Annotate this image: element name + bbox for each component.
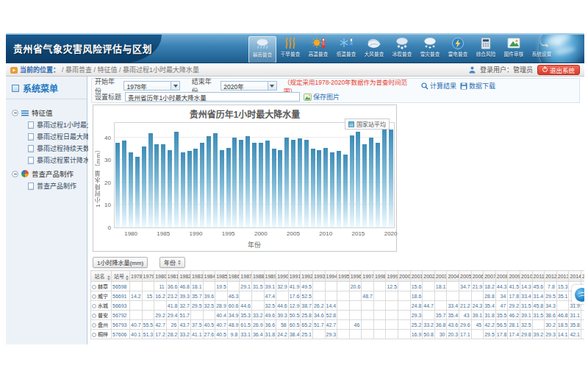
bar-2013 bbox=[343, 155, 348, 227]
download-button[interactable]: 数据下载 bbox=[460, 81, 495, 91]
bar-1993 bbox=[213, 133, 218, 227]
station-name-cell: 盘州 bbox=[91, 320, 112, 330]
sidebar-item[interactable]: 暴雨过程持续天数 bbox=[28, 144, 84, 153]
station-name-cell: 普安 bbox=[91, 311, 112, 320]
toolbar-item-snow[interactable]: 雪灾普查 bbox=[416, 36, 444, 63]
station-id-cell: 57606 bbox=[112, 330, 130, 339]
row-radio-button[interactable] bbox=[92, 304, 96, 308]
save-image-button[interactable]: 保存图片 bbox=[304, 92, 340, 102]
value-cell-1992: 52.5 bbox=[301, 291, 313, 301]
floating-widget-button[interactable] bbox=[572, 285, 584, 304]
value-cell-2008: 35.5 bbox=[495, 311, 508, 320]
calculate-button[interactable]: 计算结果 bbox=[421, 81, 456, 91]
toolbar-item-rainstorm[interactable]: 暴雨普查 bbox=[248, 36, 276, 63]
column-header-year-2005: 2005 bbox=[459, 271, 472, 282]
pivot-column-chip[interactable]: 年份 bbox=[159, 257, 185, 268]
value-cell-1999 bbox=[386, 291, 398, 301]
bar-1982 bbox=[142, 146, 146, 227]
toolbar-item-label: 图件审核 bbox=[504, 51, 524, 57]
sidebar-group-1[interactable]: 普查产品制作 bbox=[12, 169, 84, 179]
breadcrumb-path[interactable]: / 暴雨普查 / 特征值 / 暴雨过程1小时最大降水量 bbox=[62, 65, 199, 74]
value-cell-1998 bbox=[373, 330, 386, 339]
value-cell-2008: 56.5 bbox=[495, 320, 508, 330]
value-cell-1978: 40.7 bbox=[130, 320, 143, 330]
value-cell-1991: 38.4 bbox=[288, 330, 301, 339]
tree-toggle-icon[interactable] bbox=[12, 171, 18, 177]
value-cell-2009: 29.2 bbox=[508, 301, 520, 311]
value-cell-1998 bbox=[373, 301, 386, 311]
toolbar-item-hail[interactable]: 冰雹普查 bbox=[388, 36, 416, 63]
composite-risk-icon bbox=[478, 36, 494, 51]
bar-1994 bbox=[220, 150, 224, 227]
start-year-select[interactable]: 1978年 bbox=[123, 81, 180, 91]
value-cell-2012: 29.3 bbox=[545, 330, 557, 339]
value-cell-2005: 34.7 bbox=[459, 282, 472, 291]
toolbar-item-composite-risk[interactable]: 综合风险 bbox=[472, 36, 500, 63]
value-cell-1993: 34.6 bbox=[312, 311, 325, 320]
value-cell-1990: 32.9 bbox=[276, 282, 289, 291]
value-cell-2012: 7.8 bbox=[545, 282, 557, 291]
value-cell-2013 bbox=[556, 301, 569, 311]
wind-icon bbox=[366, 36, 382, 51]
chart-title-input[interactable] bbox=[125, 92, 300, 102]
value-cell-2013: 35.1 bbox=[556, 291, 569, 301]
row-radio-button[interactable] bbox=[92, 285, 96, 289]
toolbar-item-lightning[interactable]: 雷电普查 bbox=[444, 36, 472, 63]
value-cell-2004: 43.6 bbox=[447, 320, 459, 330]
column-header-station-name[interactable]: 站名 bbox=[91, 271, 112, 282]
sidebar-item[interactable]: 暴雨过程日最大降水量 bbox=[28, 132, 84, 141]
column-header-year-2013: 2013 bbox=[556, 271, 569, 282]
value-cell-1980: 17.2 bbox=[154, 330, 167, 339]
sidebar-title: 系统菜单 bbox=[23, 82, 58, 94]
pivot-measure-chip[interactable]: 1小时降水量(mm) bbox=[93, 257, 148, 268]
value-cell-1997 bbox=[362, 282, 374, 291]
value-cell-2008: 47 bbox=[495, 301, 508, 311]
toolbar-item-label: 雷电普查 bbox=[448, 51, 468, 57]
x-axis-ticks: 198019851990199520002005201020152020 bbox=[114, 230, 395, 238]
value-cell-1981: 36.6 bbox=[166, 282, 179, 291]
station-id-cell: 56691 bbox=[112, 291, 130, 301]
header-toolbar: 暴雨普查干旱普查高温普查低温普查大风普查冰雹普查雪灾普查雷电普查综合风险图件审核… bbox=[248, 36, 556, 63]
row-radio-button[interactable] bbox=[92, 323, 96, 328]
row-radio-button[interactable] bbox=[92, 333, 96, 337]
sidebar-item[interactable]: 暴雨过程1小时最大降水量 bbox=[28, 120, 84, 130]
value-cell-1991: 41.9 bbox=[288, 282, 301, 291]
bar-1997 bbox=[239, 140, 243, 227]
toolbar-item-low-temp[interactable]: 低温普查 bbox=[332, 36, 360, 63]
value-cell-2010: 29.8 bbox=[520, 330, 533, 339]
toolbar-item-label: 冰雹普查 bbox=[392, 51, 412, 57]
value-cell-2001: 15.6 bbox=[410, 282, 423, 291]
value-cell-2002 bbox=[423, 282, 435, 291]
value-cell-2010: 33.4 bbox=[520, 291, 533, 301]
image-icon bbox=[304, 93, 312, 101]
column-header-station-id[interactable]: 站号 bbox=[112, 271, 130, 282]
menu-icon bbox=[12, 85, 19, 92]
value-cell-1996: 46 bbox=[349, 320, 362, 330]
value-cell-1980: 16.2 bbox=[154, 291, 167, 301]
toolbar-item-settings[interactable]: 系统设置 bbox=[528, 36, 556, 63]
bar-1984 bbox=[154, 144, 159, 227]
sidebar-item-label: 普查产品制作 bbox=[37, 181, 76, 191]
value-cell-2012: 30.2 bbox=[545, 320, 557, 330]
tree-toggle-icon[interactable] bbox=[12, 110, 18, 116]
station-data-table-wrap: 站名站号197819791980198119821983198419851986… bbox=[90, 270, 584, 344]
app-title: 贵州省气象灾害风险评估与区划系统 bbox=[6, 35, 162, 63]
sidebar-group-0[interactable]: 特征值 bbox=[12, 107, 84, 118]
toolbar-item-drought[interactable]: 干旱普查 bbox=[276, 36, 304, 63]
x-tick-label: 2015 bbox=[351, 230, 365, 237]
toolbar-item-high-temp[interactable]: 高温普查 bbox=[304, 36, 332, 63]
value-cell-1983: 41.1 bbox=[190, 330, 203, 339]
value-cell-2001: 25.2 bbox=[410, 320, 423, 330]
value-cell-2004: 20.3 bbox=[447, 330, 459, 339]
main-content: 开始年份 1978年 结束年份 2020年 （规定采用1978-2020年数据作… bbox=[88, 77, 584, 344]
toolbar-item-wind[interactable]: 大风普查 bbox=[360, 36, 388, 63]
sidebar-item[interactable]: 普查产品制作 bbox=[28, 181, 84, 191]
logout-button[interactable]: 退出系统 bbox=[537, 65, 580, 75]
end-year-select[interactable]: 2020年 bbox=[220, 81, 277, 91]
toolbar-item-map-review[interactable]: 图件审核 bbox=[500, 36, 528, 63]
row-radio-button[interactable] bbox=[92, 294, 96, 299]
row-radio-button[interactable] bbox=[92, 314, 96, 318]
value-cell-1997 bbox=[362, 330, 374, 339]
sidebar-item[interactable]: 暴雨过程累计降水量 bbox=[28, 155, 84, 165]
bar-2002 bbox=[272, 149, 276, 227]
